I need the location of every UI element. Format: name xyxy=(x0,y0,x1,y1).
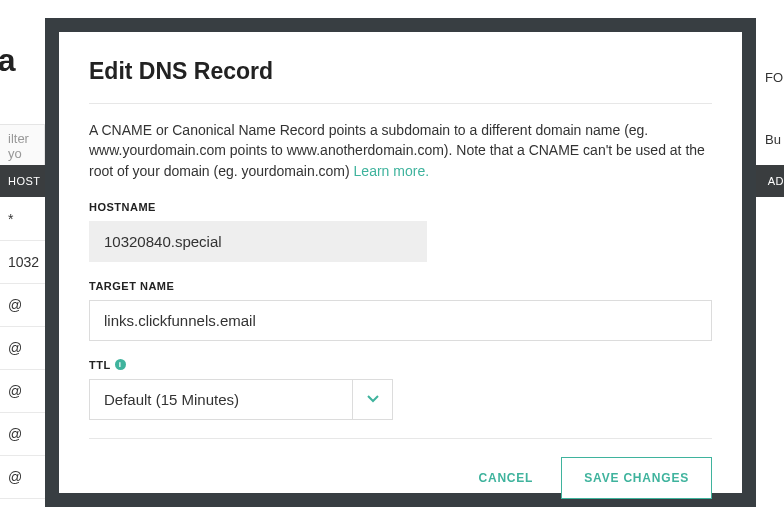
modal-title: Edit DNS Record xyxy=(89,58,712,85)
modal-footer: CANCEL SAVE CHANGES xyxy=(89,438,712,499)
hostname-group: HOSTNAME 10320840.special xyxy=(89,201,712,262)
table-row[interactable]: * xyxy=(0,198,45,241)
filter-input-fragment[interactable]: ilter yo xyxy=(0,124,45,168)
table-row[interactable]: @ xyxy=(0,327,45,370)
hostname-label: HOSTNAME xyxy=(89,201,712,213)
save-changes-button[interactable]: SAVE CHANGES xyxy=(561,457,712,499)
ttl-group: TTL i Default (15 Minutes) xyxy=(89,359,712,420)
table-row[interactable]: @ xyxy=(0,456,45,499)
ttl-label-row: TTL i xyxy=(89,359,712,371)
right-bu: Bu xyxy=(759,124,784,156)
target-name-input[interactable] xyxy=(89,300,712,341)
table-row[interactable]: @ xyxy=(0,413,45,456)
ttl-selected-value: Default (15 Minutes) xyxy=(89,379,353,420)
modal-backdrop: Edit DNS Record A CNAME or Canonical Nam… xyxy=(45,18,756,507)
table-row[interactable]: @ xyxy=(0,284,45,327)
table-row[interactable]: 1032 xyxy=(0,241,45,284)
ttl-select[interactable]: Default (15 Minutes) xyxy=(89,379,393,420)
edit-dns-modal: Edit DNS Record A CNAME or Canonical Nam… xyxy=(59,32,742,493)
header-host: HOST xyxy=(0,175,45,187)
learn-more-link[interactable]: Learn more. xyxy=(354,163,429,179)
divider xyxy=(89,103,712,104)
right-column-fragment: FO Bu xyxy=(759,62,784,156)
table-row[interactable]: @ xyxy=(0,370,45,413)
target-group: TARGET NAME xyxy=(89,280,712,341)
hostname-field: 10320840.special xyxy=(89,221,427,262)
table-rows-fragment: * 1032 @ @ @ @ @ xyxy=(0,198,45,499)
page-title-fragment: ea xyxy=(0,42,16,79)
info-icon[interactable]: i xyxy=(115,359,126,370)
cancel-button[interactable]: CANCEL xyxy=(470,459,541,497)
target-label: TARGET NAME xyxy=(89,280,712,292)
right-fo: FO xyxy=(759,62,784,94)
header-addr: AD xyxy=(760,175,784,187)
chevron-down-icon[interactable] xyxy=(353,379,393,420)
help-text: A CNAME or Canonical Name Record points … xyxy=(89,120,712,181)
ttl-label: TTL xyxy=(89,359,111,371)
